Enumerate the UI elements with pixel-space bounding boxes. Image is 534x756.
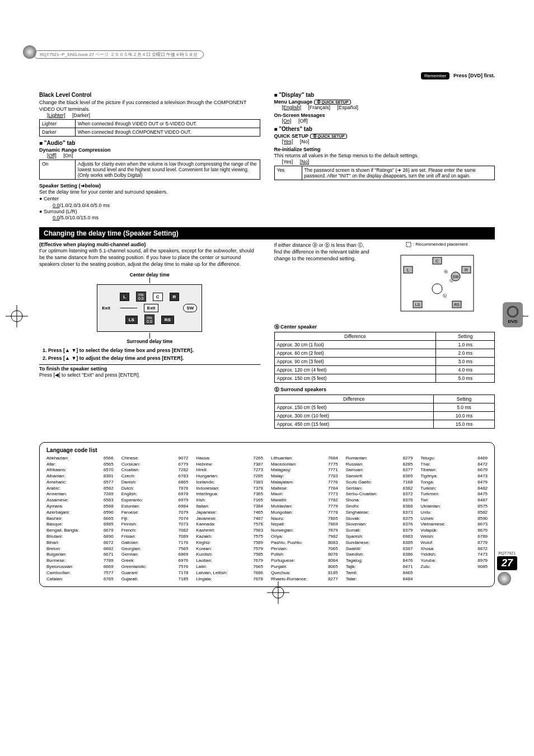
lang-row: Uzbek:8590 [420, 516, 488, 522]
lang-row: Albanian:8381 [46, 473, 114, 480]
header-meta-text: RQT7921~P_ENG.book 27 ページ ２００５年２月４日 金曜日 … [34, 50, 204, 59]
svg-text:SW: SW [452, 275, 459, 279]
finish-title: To finish the speaker setting [39, 366, 260, 372]
table-cell: 15.0 ms [434, 420, 495, 428]
lang-row: Hindi:7273 [196, 467, 263, 473]
menu-language-opts: [English] [Français] [Español] [282, 105, 495, 110]
drc-table: OnAdjusts for clarity even when the volu… [39, 159, 260, 180]
lang-row: Nepali:7869 [271, 522, 338, 528]
lang-row: Yoruba:8979 [420, 558, 488, 564]
table-cell: Approx. 60 cm (2 feet) [274, 349, 436, 357]
page-number-badge: RQT7921 27 [497, 551, 517, 570]
lang-row: Catalan:6765 [46, 576, 114, 583]
lang-row: Kazakh:7575 [196, 534, 263, 540]
lang-row: Sanskrit:8365 [346, 473, 413, 480]
lang-row: Armenian:7289 [46, 491, 114, 497]
lang-row: Pashto, Pushto:8083 [271, 540, 338, 546]
lang-row: Shona:8378 [346, 497, 413, 504]
grey-sphere-icon [497, 571, 512, 587]
lang-row: Georgian:7565 [121, 546, 189, 552]
table-cell: Approx. 300 cm (10 feet) [274, 411, 434, 420]
lang-row: Afrikaans:6570 [46, 467, 114, 473]
lang-row: Serbo-Croatian:8372 [346, 491, 413, 497]
lang-row: Byelorussian:6669 [46, 564, 114, 570]
lang-row: Bulgarian:6671 [46, 552, 114, 558]
table-cell: 3.0 ms [436, 357, 495, 365]
delay-steps: Press [▲ ▼] to select the delay time box… [39, 348, 260, 361]
lang-row: Cambodian:7577 [46, 570, 114, 576]
osm-opts: [On] [Off] [282, 118, 495, 124]
delay-section-bar: Changing the delay time (Speaker Setting… [39, 227, 495, 240]
lang-row: Malayalam:7776 [271, 480, 338, 486]
language-code-title: Language code list [46, 447, 488, 453]
lang-row: Aymara:6588 [46, 504, 114, 510]
lang-row: Macedonian:7775 [271, 462, 338, 468]
table-cell: 5.0 ms [434, 403, 495, 411]
table-cell: Approx. 150 cm (5 feet) [274, 403, 434, 411]
lang-row: Polish:8076 [271, 552, 338, 558]
lang-row: Moldavian:7779 [271, 504, 338, 510]
display-tab-title: "Display" tab [274, 92, 495, 98]
table-cell: 2.0 ms [436, 349, 495, 357]
lang-row: Norwegian:7879 [271, 528, 338, 534]
lang-row: Volapük:8679 [420, 528, 488, 534]
lang-row: Swahili:8387 [346, 546, 413, 552]
table-cell: 1.0 ms [436, 340, 495, 349]
lang-row: Spanish:6983 [346, 534, 413, 540]
room-diagram-icon: L C R SW LS RS ⓐ ⓒ ⓑ [395, 250, 479, 317]
svg-text:R: R [465, 267, 468, 273]
lang-row: Thai:8472 [420, 462, 488, 468]
lang-row: Czech:6783 [121, 473, 189, 480]
lang-row: Danish:6865 [121, 480, 189, 486]
svg-text:L: L [406, 267, 409, 273]
lang-row: Guarani:7178 [121, 570, 189, 576]
lang-row: Quechua:8185 [271, 570, 338, 576]
lang-row: Turkmen:8475 [420, 491, 488, 497]
quick-setup-badge: QUICK SETUP [314, 100, 352, 105]
table-cell: Approx. 90 cm (3 feet) [274, 357, 436, 365]
lang-row: Telugu:8469 [420, 456, 488, 462]
lang-row: Greek:6976 [121, 558, 189, 564]
lang-row: Basque:6985 [46, 522, 114, 528]
lang-row: Tigrinya:8473 [420, 473, 488, 480]
lang-row: Kashmiri:7583 [196, 528, 263, 534]
lang-row: Faroese:7079 [121, 510, 189, 516]
svg-text:ⓐ: ⓐ [444, 270, 448, 274]
delay-para: For optimum listening with 5.1-channel s… [39, 247, 260, 267]
lang-row: Tamil:8465 [346, 570, 413, 576]
dvd-side-badge: DVD [503, 302, 523, 327]
header-meta-bar: RQT7921~P_ENG.book 27 ページ ２００５年２月４日 金曜日 … [34, 50, 500, 59]
table-cell: 5.0 ms [436, 374, 495, 382]
lang-row: Sindhi:8368 [346, 504, 413, 510]
svg-point-21 [432, 284, 442, 294]
svg-text:LS: LS [415, 303, 420, 307]
lang-row: Irish:7165 [196, 497, 263, 504]
lang-column: Chinese:9072Corsican:6779Croatian:7282Cz… [121, 456, 189, 583]
center-speaker-table: DifferenceSetting Approx. 30 cm (1 foot)… [274, 332, 495, 383]
either-distance-note: If either distance ⓐ or ⓑ is less than ⓒ… [274, 242, 374, 262]
lang-row: Sundanese:8385 [346, 540, 413, 546]
remember-bar: Remember Press [DVD] first. [39, 73, 495, 78]
effective-note: (Effective when playing multi-channel au… [39, 242, 260, 247]
lang-row: Welsh:6789 [420, 534, 488, 540]
lang-row: Ukrainian:8575 [420, 504, 488, 510]
lang-row: Scots Gaelic:7168 [346, 480, 413, 486]
lang-row: Mongolian:7778 [271, 510, 338, 516]
svg-rect-11 [406, 242, 411, 247]
lang-row: Bashkir:6665 [46, 516, 114, 522]
lang-column: Romanian:8279Russian:8285Samoan:8377Sans… [346, 456, 413, 583]
lang-row: Hebrew:7387 [196, 462, 263, 468]
lang-column: Lithuanian:7684Macedonian:7775Malagasy:7… [271, 456, 338, 583]
lang-column: Abkhazian:6566Afar:6565Afrikaans:6570Alb… [46, 456, 114, 583]
lang-row: Urdu:8582 [420, 510, 488, 516]
speaker-setting-title: Speaker Setting (➜below) [39, 183, 260, 189]
crop-mark-icon [267, 581, 289, 604]
speaker-setting-desc: Set the delay time for your center and s… [39, 189, 260, 195]
table-cell: 10.0 ms [434, 411, 495, 420]
black-level-title: Black Level Control [39, 92, 260, 98]
reinit-opts: [Yes] [No] [282, 159, 495, 165]
remember-text: Press [DVD] first. [453, 73, 495, 78]
menu-language-title: Menu Language [274, 99, 313, 105]
lang-row: Laotian:7679 [196, 558, 263, 564]
svg-point-10 [498, 572, 511, 585]
